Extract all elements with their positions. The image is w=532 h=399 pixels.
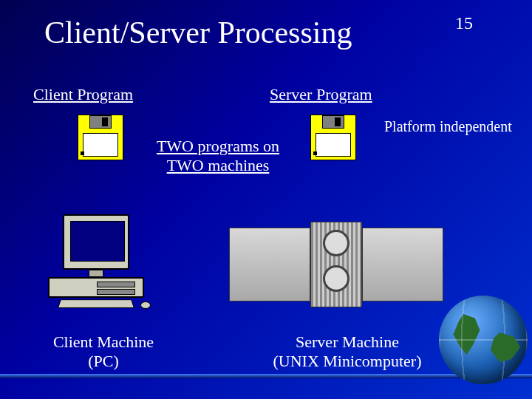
floppy-disk-icon (310, 115, 356, 160)
server-machine-line1: Server Machine (296, 332, 399, 351)
center-caption-line1: TWO programs on (157, 137, 279, 155)
server-machine-caption: Server Machine (UNIX Minicomputer) (244, 332, 451, 371)
center-caption-line2: TWO machines (167, 156, 270, 174)
slide-number: 15 (455, 13, 473, 33)
server-machine-line2: (UNIX Minicomputer) (273, 352, 421, 370)
decorative-bar (0, 374, 532, 378)
server-icon (229, 222, 443, 310)
platform-independent-note: Platform independent (384, 118, 512, 135)
client-machine-caption: Client Machine (PC) (30, 332, 177, 371)
server-program-label: Server Program (270, 85, 372, 104)
client-machine-line2: (PC) (88, 352, 119, 370)
center-caption: TWO programs on TWO machines (144, 137, 292, 175)
globe-icon (439, 296, 528, 384)
floppy-disk-icon (78, 115, 123, 160)
pc-icon (44, 214, 155, 310)
client-machine-line1: Client Machine (53, 332, 154, 351)
slide-title: Client/Server Processing (44, 15, 352, 50)
client-program-label: Client Program (33, 85, 133, 104)
